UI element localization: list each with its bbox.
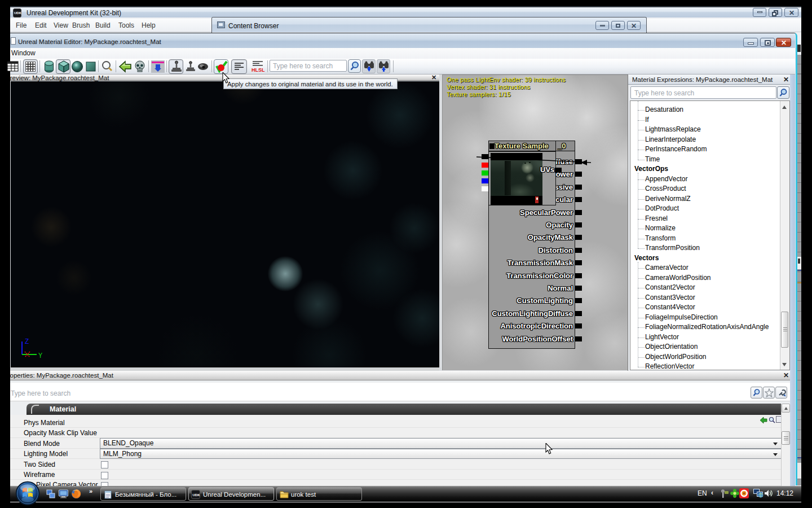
svg-text:Y: Y xyxy=(38,352,42,360)
svg-text:HLSL: HLSL xyxy=(251,67,265,72)
svg-text:Z: Z xyxy=(25,338,29,346)
